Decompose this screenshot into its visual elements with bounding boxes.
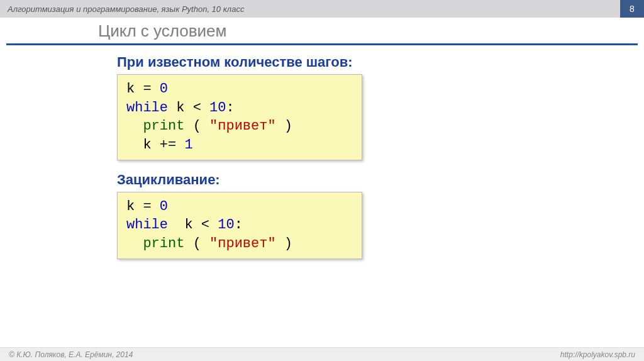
footer-bar: © К.Ю. Поляков, Е.А. Ерёмин, 2014 http:/… [0,347,644,361]
code-block-2: k = 0 while k < 10: print ( "привет" ) [117,192,362,259]
code-line: k = 0 [126,197,353,216]
footer-copyright: © К.Ю. Поляков, Е.А. Ерёмин, 2014 [9,350,133,359]
content-area: При известном количестве шагов: k = 0 wh… [0,54,644,259]
code-line: print ( "привет" ) [126,117,353,136]
code-line: while k < 10: [126,216,353,235]
footer-url: http://kpolyakov.spb.ru [560,350,635,359]
code-line: k = 0 [126,80,353,99]
title-divider [6,43,638,45]
section2-subtitle: Зацикливание: [117,172,644,188]
slide-title: Цикл с условием [0,18,644,43]
header-bar: Алгоритмизация и программирование, язык … [0,0,644,18]
header-title: Алгоритмизация и программирование, язык … [8,4,244,14]
code-line: print ( "привет" ) [126,235,353,253]
page-number: 8 [620,0,644,18]
code-block-1: k = 0 while k < 10: print ( "привет" ) k… [117,74,362,160]
code-line: while k < 10: [126,99,353,118]
code-line: k += 1 [126,136,353,155]
section1-subtitle: При известном количестве шагов: [117,54,644,70]
